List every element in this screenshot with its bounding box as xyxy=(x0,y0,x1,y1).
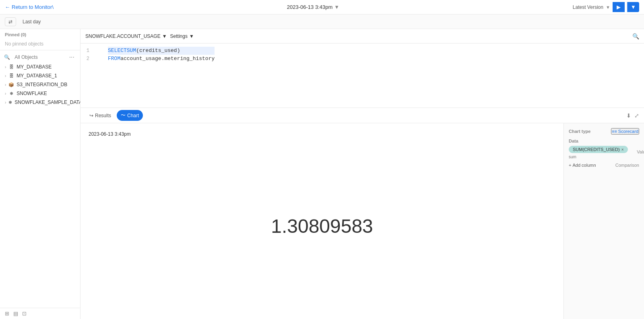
column-tag[interactable]: SUM(CREDITS_USED) × xyxy=(569,146,628,153)
scorecard-button[interactable]: ≡≡ Scorecard xyxy=(611,128,639,135)
back-arrow-icon: ← xyxy=(5,4,10,10)
chart-area: 2023-06-13 3:43pm 1.30809583 Chart type … xyxy=(80,123,644,319)
code-content: SELECT SUM(credits_used) FROM account_us… xyxy=(108,47,215,63)
grid-icon[interactable]: ⊞ xyxy=(5,311,9,317)
chart-main: 2023-06-13 3:43pm 1.30809583 xyxy=(80,123,564,319)
tab-chart[interactable]: 〜 Chart xyxy=(117,110,143,121)
top-bar-left: ← Return to Monitor\ xyxy=(5,4,54,10)
data-section-label: Data xyxy=(569,139,639,143)
code-line-1: SELECT SUM(credits_used) xyxy=(108,47,215,55)
list-item[interactable]: › 🗄 MY_DATABASE_1 xyxy=(0,71,80,80)
keyword: SELECT xyxy=(108,47,127,55)
chevron-icon: › xyxy=(5,100,6,105)
results-tab-label: Results xyxy=(95,113,111,118)
more-button[interactable]: ··· xyxy=(68,54,76,61)
sync-icon: ⇄ xyxy=(8,19,12,25)
more-icon: ··· xyxy=(69,54,74,60)
editor-toolbar-left: SNOWFLAKE.ACCOUNT_USAGE ▼ Settings ▼ xyxy=(85,33,194,39)
layout-icon[interactable]: ⊡ xyxy=(22,311,27,317)
editor-search-button[interactable]: 🔍 xyxy=(632,33,639,39)
comparison-label: Comparison xyxy=(615,163,639,168)
db-icon: 🗄 xyxy=(8,73,14,79)
settings-label: Settings xyxy=(170,33,188,39)
sidebar-divider xyxy=(0,50,80,50)
db-icon: 📦 xyxy=(8,82,14,87)
column-tag-remove-icon[interactable]: × xyxy=(621,147,624,152)
scorecard-icon: ≡≡ xyxy=(612,129,617,134)
version-dropdown-icon[interactable]: ▼ xyxy=(606,5,610,10)
list-item[interactable]: › ❄ SNOWFLAKE xyxy=(0,89,80,98)
code-text: (credits_used) xyxy=(136,47,180,55)
pinned-section: Pinned (0) xyxy=(0,29,80,39)
keyword: FROM xyxy=(108,55,120,63)
sync-button[interactable]: ⇄ xyxy=(5,17,16,26)
back-link[interactable]: ← Return to Monitor\ xyxy=(5,4,54,10)
scorecard-label: Scorecard xyxy=(618,129,638,134)
settings-dropdown-icon: ▼ xyxy=(189,33,194,39)
db-list: › 🗄 MY_DATABASE › 🗄 MY_DATABASE_1 › 📦 S3… xyxy=(0,62,80,308)
second-bar: ⇄ Last day xyxy=(0,14,644,29)
column-row: SUM(CREDITS_USED) × sum Value xyxy=(569,146,639,159)
db-name: S3_INTEGRATION_DB xyxy=(17,82,67,87)
db-selector-dropdown-icon: ▼ xyxy=(162,33,167,39)
chevron-icon: › xyxy=(5,74,6,78)
top-bar-right: Latest Version ▼ ▶ ▼ xyxy=(573,2,639,12)
back-link-label: Return to Monitor\ xyxy=(12,4,54,10)
settings-button[interactable]: Settings ▼ xyxy=(170,33,194,39)
search-icon: 🔍 xyxy=(632,33,639,39)
top-bar: ← Return to Monitor\ 2023-06-13 3:43pm ▼… xyxy=(0,0,644,14)
sql-editor[interactable]: 1 2 SELECT SUM(credits_used) FROM accoun… xyxy=(80,44,644,108)
chevron-icon: › xyxy=(5,65,6,69)
download-icon: ⬇ xyxy=(626,112,631,119)
pinned-label: Pinned (0) xyxy=(5,32,75,37)
title-dropdown-icon[interactable]: ▼ xyxy=(334,4,339,10)
db-selector[interactable]: SNOWFLAKE.ACCOUNT_USAGE ▼ xyxy=(85,33,167,39)
add-column-row: + Add column Comparison xyxy=(569,162,639,169)
tab-results[interactable]: ↪ Results xyxy=(85,111,115,120)
sidebar: Pinned (0) No pinned objects 🔍 ··· › 🗄 M… xyxy=(0,29,80,319)
results-tabs: ↪ Results 〜 Chart xyxy=(85,110,143,121)
expand-icon: ⤢ xyxy=(634,112,639,119)
results-tab-icon: ↪ xyxy=(89,113,93,118)
db-name: SNOWFLAKE xyxy=(17,91,47,96)
db-name: SNOWFLAKE_SAMPLE_DATA xyxy=(14,99,80,105)
editor-toolbar: SNOWFLAKE.ACCOUNT_USAGE ▼ Settings ▼ 🔍 xyxy=(80,29,644,44)
content-area: SNOWFLAKE.ACCOUNT_USAGE ▼ Settings ▼ 🔍 1… xyxy=(80,29,644,319)
list-item[interactable]: › ❄ SNOWFLAKE_SAMPLE_DATA xyxy=(0,98,80,107)
last-day-label: Last day xyxy=(23,19,41,25)
column-meta: sum xyxy=(569,155,628,159)
table-icon[interactable]: ▤ xyxy=(13,311,18,317)
chart-sidebar: Chart type ≡≡ Scorecard Data SUM(CREDITS… xyxy=(564,123,644,319)
value-label: Value xyxy=(628,149,644,154)
chart-value-display: 1.30809583 xyxy=(89,141,555,311)
add-column-label: Add column xyxy=(572,163,596,168)
function-name: SUM xyxy=(127,47,136,55)
run-button[interactable]: ▶ xyxy=(613,2,625,12)
chart-tab-label: Chart xyxy=(127,113,139,118)
results-actions: ⬇ ⤢ xyxy=(626,112,639,119)
db-icon: ❄ xyxy=(8,99,12,105)
search-input[interactable] xyxy=(14,54,63,60)
run-dropdown-button[interactable]: ▼ xyxy=(627,2,639,12)
db-selector-label: SNOWFLAKE.ACCOUNT_USAGE xyxy=(85,33,161,39)
list-item[interactable]: › 📦 S3_INTEGRATION_DB xyxy=(0,80,80,89)
column-tag-label: SUM(CREDITS_USED) xyxy=(573,147,620,152)
code-text: account_usage.metering_history xyxy=(120,55,215,63)
code-line-2: FROM account_usage.metering_history xyxy=(108,55,215,63)
line-numbers: 1 2 xyxy=(80,47,93,63)
add-icon: + xyxy=(569,163,571,168)
chart-timestamp: 2023-06-13 3:43pm xyxy=(89,131,555,137)
download-button[interactable]: ⬇ xyxy=(626,112,631,119)
no-pinned-text: No pinned objects xyxy=(0,39,80,48)
db-icon: 🗄 xyxy=(8,64,14,70)
expand-button[interactable]: ⤢ xyxy=(634,112,639,119)
last-day-button[interactable]: Last day xyxy=(19,18,44,26)
chart-type-section: Chart type ≡≡ Scorecard xyxy=(569,128,639,135)
sidebar-bottom: ⊞ ▤ ⊡ xyxy=(0,308,80,319)
sidebar-search-row: 🔍 ··· xyxy=(0,52,80,62)
add-column-button[interactable]: + Add column xyxy=(569,162,596,169)
list-item[interactable]: › 🗄 MY_DATABASE xyxy=(0,62,80,71)
chart-big-number: 1.30809583 xyxy=(271,215,373,237)
chart-type-label: Chart type xyxy=(569,129,590,134)
version-label: Latest Version xyxy=(573,4,603,10)
